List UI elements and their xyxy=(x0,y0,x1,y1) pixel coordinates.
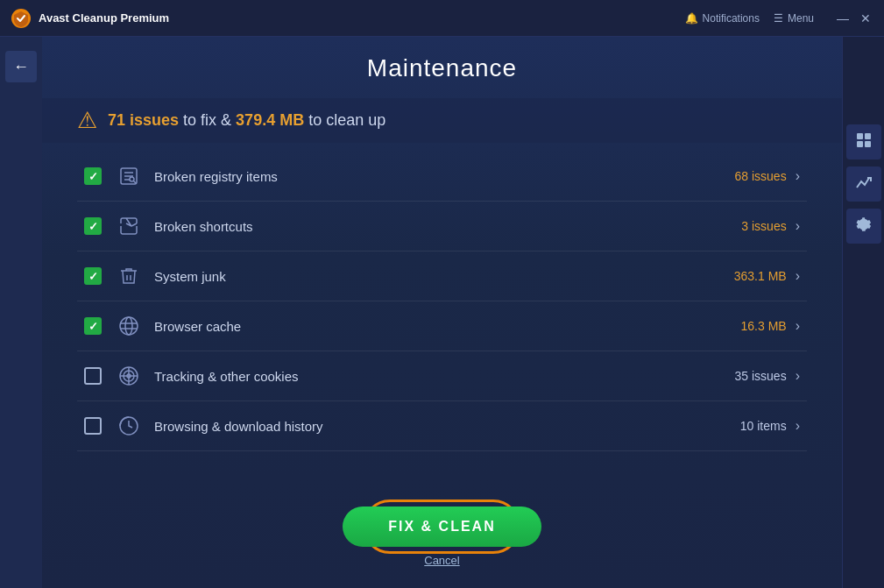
settings-button[interactable] xyxy=(846,209,881,244)
bell-icon: 🔔 xyxy=(685,12,698,25)
item-row-broken-registry[interactable]: Broken registry items68 issues› xyxy=(77,152,807,202)
gear-icon xyxy=(855,216,873,237)
checkbox-tracking-cookies[interactable] xyxy=(84,367,102,385)
item-row-broken-shortcuts[interactable]: Broken shortcuts3 issues› xyxy=(77,202,807,251)
item-row-tracking-cookies[interactable]: Tracking & other cookies35 issues› xyxy=(77,351,807,401)
item-label-system-junk: System junk xyxy=(154,269,734,284)
browser-icon xyxy=(116,313,142,339)
cancel-button[interactable]: Cancel xyxy=(424,554,459,567)
svg-rect-18 xyxy=(865,133,871,139)
app-logo xyxy=(11,8,32,29)
notifications-button[interactable]: 🔔 Notifications xyxy=(685,12,760,25)
titlebar-right-controls: 🔔 Notifications ☰ Menu — ✕ xyxy=(685,11,873,26)
minimize-button[interactable]: — xyxy=(835,11,851,26)
issues-count: 71 issues xyxy=(108,111,179,129)
item-arrow-broken-registry[interactable]: › xyxy=(796,168,800,184)
close-button[interactable]: ✕ xyxy=(858,11,873,26)
items-list: Broken registry items68 issues›Broken sh… xyxy=(42,143,842,507)
svg-rect-20 xyxy=(865,141,871,147)
warning-text: 71 issues to fix & 379.4 MB to clean up xyxy=(108,111,385,130)
grid-icon xyxy=(855,131,873,153)
right-sidebar xyxy=(842,37,884,588)
item-row-browser-cache[interactable]: Browser cache16.3 MB› xyxy=(77,301,807,351)
grid-view-button[interactable] xyxy=(846,124,881,159)
checkbox-broken-shortcuts[interactable] xyxy=(84,217,102,235)
svg-point-7 xyxy=(120,317,138,335)
menu-icon: ☰ xyxy=(774,12,783,25)
item-row-system-junk[interactable]: System junk363.1 MB› xyxy=(77,251,807,301)
warning-icon: ⚠ xyxy=(77,107,97,134)
item-value-broken-registry: 68 issues xyxy=(735,169,787,183)
app-title: Avast Cleanup Premium xyxy=(39,11,685,25)
item-label-browsing-history: Browsing & download history xyxy=(154,419,740,434)
shortcut-icon xyxy=(116,213,142,239)
checkbox-browsing-history[interactable] xyxy=(84,417,102,435)
item-label-broken-shortcuts: Broken shortcuts xyxy=(154,219,741,234)
checkbox-browser-cache[interactable] xyxy=(84,317,102,335)
item-label-browser-cache: Browser cache xyxy=(154,319,741,334)
warning-size: 379.4 MB xyxy=(236,111,304,129)
item-arrow-tracking-cookies[interactable]: › xyxy=(796,368,800,384)
item-value-tracking-cookies: 35 issues xyxy=(735,369,787,383)
footer: FIX & CLEAN Cancel xyxy=(343,507,541,588)
item-arrow-broken-shortcuts[interactable]: › xyxy=(796,218,800,234)
checkbox-system-junk[interactable] xyxy=(84,267,102,285)
item-value-browsing-history: 10 items xyxy=(740,419,787,433)
fix-clean-wrapper: FIX & CLEAN xyxy=(343,507,541,547)
notifications-label: Notifications xyxy=(703,12,760,25)
item-row-browsing-history[interactable]: Browsing & download history10 items› xyxy=(77,401,807,451)
window-controls: — ✕ xyxy=(835,11,873,26)
content-area: Maintenance ⚠ 71 issues to fix & 379.4 M… xyxy=(42,37,842,588)
fix-clean-button[interactable]: FIX & CLEAN xyxy=(343,507,541,547)
chart-button[interactable] xyxy=(846,166,881,202)
main-wrapper: ← Maintenance ⚠ 71 issues to fix & 379.4… xyxy=(0,37,884,588)
warning-text-suffix: to clean up xyxy=(308,111,385,129)
svg-line-6 xyxy=(133,181,136,183)
checkbox-broken-registry[interactable] xyxy=(84,167,102,185)
menu-button[interactable]: ☰ Menu xyxy=(774,12,814,25)
trash-icon xyxy=(116,263,142,289)
warning-text-middle: to fix & xyxy=(183,111,236,129)
menu-label: Menu xyxy=(788,12,814,25)
history-icon xyxy=(116,413,142,439)
item-label-broken-registry: Broken registry items xyxy=(154,169,735,184)
item-label-tracking-cookies: Tracking & other cookies xyxy=(154,369,735,384)
item-arrow-browsing-history[interactable]: › xyxy=(796,418,800,434)
chart-icon xyxy=(855,174,873,195)
item-value-browser-cache: 16.3 MB xyxy=(741,319,787,333)
svg-rect-19 xyxy=(857,141,863,147)
back-button[interactable]: ← xyxy=(5,51,37,82)
svg-point-8 xyxy=(125,317,132,335)
registry-icon xyxy=(116,163,142,189)
svg-rect-17 xyxy=(857,133,863,139)
page-title: Maintenance xyxy=(367,54,517,82)
item-arrow-system-junk[interactable]: › xyxy=(796,268,800,284)
left-panel: ← xyxy=(0,37,42,588)
tracking-icon xyxy=(116,363,142,389)
titlebar: Avast Cleanup Premium 🔔 Notifications ☰ … xyxy=(0,0,884,37)
item-value-system-junk: 363.1 MB xyxy=(734,269,787,283)
item-value-broken-shortcuts: 3 issues xyxy=(741,219,786,233)
warning-banner: ⚠ 71 issues to fix & 379.4 MB to clean u… xyxy=(42,98,842,143)
item-arrow-browser-cache[interactable]: › xyxy=(796,318,800,334)
